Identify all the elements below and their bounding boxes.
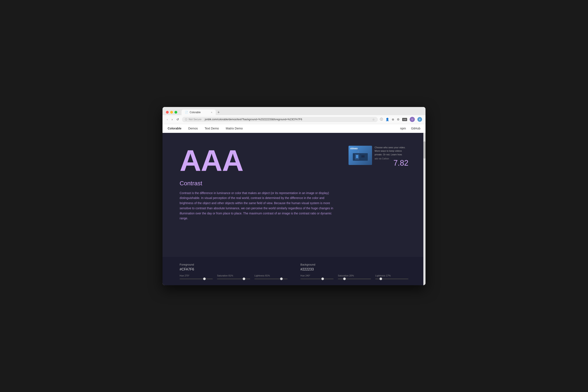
nav-text-demo[interactable]: Text Demo	[205, 127, 219, 130]
contrast-body: Contrast is the difference in luminance …	[180, 191, 333, 221]
fg-hue-track[interactable]	[180, 278, 213, 279]
url-text: jxnblk.com/colorable/demos/text/?backgro…	[205, 118, 302, 121]
background-label: Background	[300, 263, 408, 266]
nav-npm[interactable]: npm	[400, 127, 406, 130]
fg-lightness-track[interactable]	[255, 278, 288, 279]
address-bar: ‹ › ↺ ⓘ Not Secure | jxnblk.com/colorabl…	[163, 115, 425, 124]
ad-image: vimeo	[348, 146, 372, 165]
profile-icon[interactable]: ⬆	[417, 117, 422, 122]
bg-saturation-label: Saturation 20%	[338, 274, 371, 277]
refresh-button[interactable]: ↺	[176, 117, 180, 122]
bg-saturation-track[interactable]	[338, 278, 371, 279]
fg-saturation-label: Saturation 81%	[217, 274, 250, 277]
ad-box[interactable]: vimeo Choose who sees your video	[348, 146, 408, 165]
foreground-hex[interactable]: #CFA7F6	[180, 268, 288, 271]
account-icon[interactable]: ⚙	[397, 118, 400, 121]
site-nav-left: Colorable Demos Text Demo Matrix Demo	[168, 127, 243, 130]
background-sliders: Hue 240° Saturation 20% Lightness 17%	[300, 274, 408, 279]
contrast-heading: Contrast	[180, 180, 408, 187]
layers-icon[interactable]: ⊕	[392, 118, 394, 121]
background-hex[interactable]: #222233	[300, 268, 408, 271]
vimeo-logo: vimeo	[350, 147, 358, 150]
bg-lightness-group: Lightness 17%	[375, 274, 408, 279]
fg-lightness-thumb[interactable]	[280, 278, 283, 280]
info-icon[interactable]: ⓘ	[380, 118, 383, 121]
fg-lightness-group: Lightness 81%	[255, 274, 288, 279]
tab-title: Colorable	[190, 111, 201, 114]
fg-hue-thumb[interactable]	[203, 278, 206, 280]
minimize-button[interactable]	[170, 111, 173, 114]
nav-github[interactable]: GitHub	[411, 127, 420, 130]
back-button[interactable]: ‹	[166, 117, 169, 122]
tabs-bar: 📄 Colorable × +	[182, 110, 422, 115]
security-icon: ⓘ	[185, 118, 187, 121]
bg-lightness-label: Lightness 17%	[375, 274, 408, 277]
ad-headline: Choose who sees your video. More ways to…	[375, 146, 408, 156]
ad-image-inner: vimeo	[348, 146, 372, 165]
bg-lightness-track[interactable]	[375, 278, 408, 279]
svg-rect-3	[361, 155, 364, 158]
close-button[interactable]	[166, 111, 169, 114]
traffic-lights	[166, 111, 177, 114]
bg-hue-group: Hue 240°	[300, 274, 333, 279]
ad-illustration	[352, 149, 369, 162]
new-tab-button[interactable]: +	[216, 110, 222, 115]
tab-page-icon: 📄	[185, 111, 188, 114]
bg-hue-track[interactable]	[300, 278, 333, 279]
site-nav-right: npm GitHub	[400, 127, 420, 130]
bookmark-icon[interactable]: ☆	[372, 118, 375, 121]
foreground-control: Foreground #CFA7F6 Hue 270° Saturation 8…	[180, 263, 288, 279]
foreground-label: Foreground	[180, 263, 288, 266]
svg-rect-2	[356, 155, 358, 158]
title-bar: 📄 Colorable × +	[163, 107, 425, 115]
toolbar-icons: ⓘ 👤 ⊕ ⚙ css U ⬆	[380, 117, 422, 122]
main-content: AAA 7.82 Contrast Contrast is the differ…	[163, 133, 425, 257]
fg-saturation-thumb[interactable]	[243, 278, 245, 280]
ad-content: Choose who sees your video. More ways to…	[375, 146, 408, 165]
bg-hue-label: Hue 240°	[300, 274, 333, 277]
site-nav: Colorable Demos Text Demo Matrix Demo np…	[163, 124, 425, 133]
css-icon[interactable]: css	[402, 118, 407, 121]
scrollbar[interactable]	[423, 133, 425, 285]
url-bar[interactable]: ⓘ Not Secure | jxnblk.com/colorable/demo…	[182, 117, 378, 122]
bg-saturation-group: Saturation 20%	[338, 274, 371, 279]
nav-demos[interactable]: Demos	[188, 127, 198, 130]
fg-saturation-group: Saturation 81%	[217, 274, 250, 279]
fg-hue-label: Hue 270°	[180, 274, 213, 277]
fg-hue-group: Hue 270°	[180, 274, 213, 279]
not-secure-label: Not Secure	[189, 118, 201, 121]
bottom-controls: Foreground #CFA7F6 Hue 270° Saturation 8…	[163, 257, 425, 285]
aaa-rating: AAA	[180, 146, 243, 176]
maximize-button[interactable]	[174, 111, 177, 114]
user-avatar[interactable]: U	[410, 117, 415, 122]
extensions-icon[interactable]: 👤	[385, 118, 389, 121]
fg-saturation-track[interactable]	[217, 278, 250, 279]
bg-saturation-thumb[interactable]	[343, 278, 346, 280]
foreground-sliders: Hue 270° Saturation 81% Lightness 81%	[180, 274, 288, 279]
forward-button[interactable]: ›	[171, 117, 174, 122]
ad-via: ads via Carbon	[375, 158, 408, 160]
browser-content: AAA 7.82 Contrast Contrast is the differ…	[163, 133, 425, 285]
bg-hue-thumb[interactable]	[321, 278, 324, 280]
nav-matrix-demo[interactable]: Matrix Demo	[226, 127, 243, 130]
fg-lightness-label: Lightness 81%	[255, 274, 288, 277]
browser-window: 📄 Colorable × + ‹ › ↺ ⓘ Not Secure | jxn…	[163, 107, 425, 285]
active-tab[interactable]: 📄 Colorable ×	[182, 110, 216, 115]
url-separator: |	[203, 118, 203, 121]
tab-close-button[interactable]: ×	[211, 111, 212, 114]
background-control: Background #222233 Hue 240° Saturation 2…	[300, 263, 408, 279]
nav-brand[interactable]: Colorable	[168, 127, 182, 130]
bg-lightness-thumb[interactable]	[379, 278, 382, 280]
scrollbar-thumb[interactable]	[423, 142, 425, 158]
